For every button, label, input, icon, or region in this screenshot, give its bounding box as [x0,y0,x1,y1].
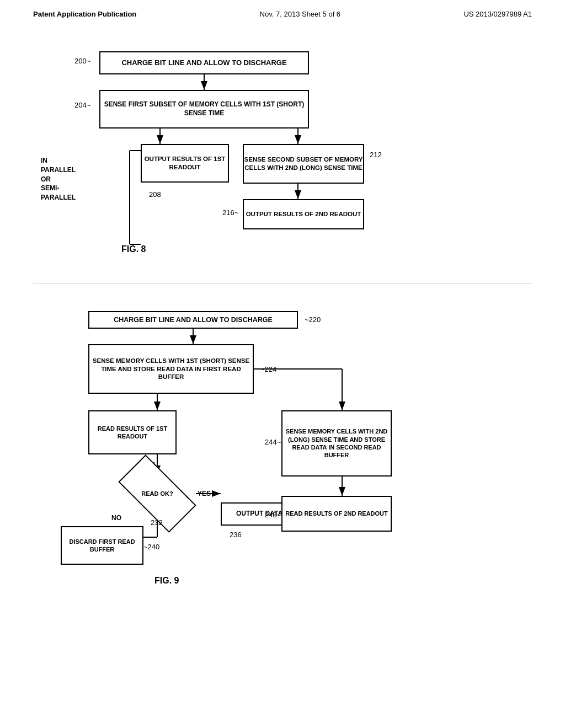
fig9-box-220: CHARGE BIT LINE AND ALLOW TO DISCHARGE [88,311,298,329]
fig9-label: FIG. 9 [154,576,179,586]
header-date-sheet: Nov. 7, 2013 Sheet 5 of 6 [260,10,340,18]
fig9-ref-248: 248~ [265,511,281,519]
fig9-ref-220: ~220 [305,315,321,324]
fig9-flowchart: CHARGE BIT LINE AND ALLOW TO DISCHARGE ~… [33,300,532,728]
fig9-ref-236: 236 [230,531,242,539]
fig9-yes-label: YES [198,490,211,497]
fig8-ref-204: 204~ [74,101,90,109]
fig8-parallel-label: IN PARALLEL OR SEMI- PARALLEL [41,156,124,202]
fig8-label: FIG. 8 [121,244,146,254]
fig9-diamond-232: READ OK? [121,474,193,513]
fig8-ref-208: 208 [149,190,161,199]
header-publication-label: Patent Application Publication [33,10,136,18]
fig9-ref-240: ~240 [143,543,159,551]
fig9-box-240: DISCARD FIRST READ BUFFER [61,526,143,565]
diagram-area: CHARGE BIT LINE AND ALLOW TO DISCHARGE 2… [0,24,565,728]
fig9-ref-232: 232 [151,518,163,527]
fig8-ref-216: 216~ [222,208,238,217]
fig8-box-212: SENSE SECOND SUBSET OF MEMORY CELLS WITH… [243,144,364,184]
fig8-ref-200: 200~ [74,57,90,65]
fig8-box-216: OUTPUT RESULTS OF 2ND READOUT [243,199,364,229]
fig9-ref-244: 244~ [265,438,281,446]
page-header: Patent Application Publication Nov. 7, 2… [0,0,565,24]
fig8-box-208: OUTPUT RESULTS OF 1ST READOUT [141,144,229,183]
fig9-box-224: SENSE MEMORY CELLS WITH 1ST (SHORT) SENS… [88,344,254,394]
fig8-box-200: CHARGE BIT LINE AND ALLOW TO DISCHARGE [99,51,309,74]
fig9-box-244: SENSE MEMORY CELLS WITH 2ND (LONG) SENSE… [281,410,392,477]
fig8-ref-212: 212 [370,151,382,159]
fig8-flowchart: CHARGE BIT LINE AND ALLOW TO DISCHARGE 2… [33,35,532,272]
fig8-box-204: SENSE FIRST SUBSET OF MEMORY CELLS WITH … [99,90,309,129]
fig9-box-228: READ RESULTS OF 1ST READOUT [88,410,177,454]
fig9-ref-224: ~224 [260,365,276,373]
header-patent-number: US 2013/0297989 A1 [463,10,532,18]
fig9-box-248: READ RESULTS OF 2ND READOUT [281,496,392,532]
fig9-no-label: NO [111,514,121,522]
